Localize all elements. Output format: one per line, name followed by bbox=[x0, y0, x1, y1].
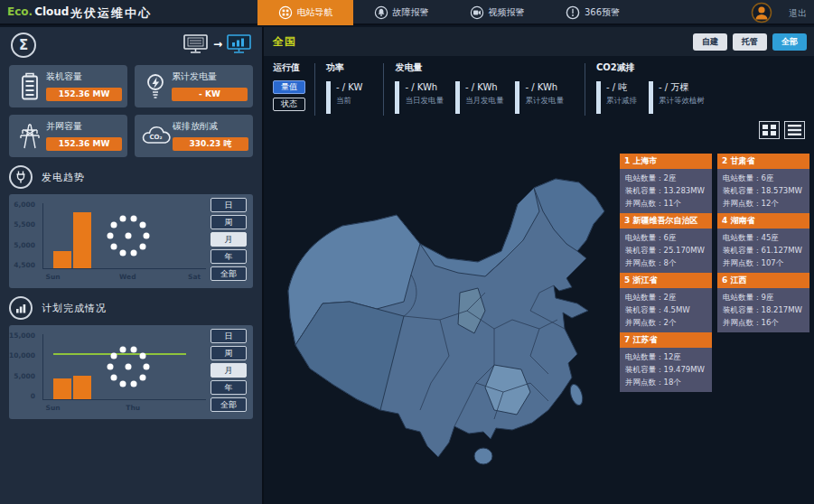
stat-bar-icon bbox=[326, 81, 331, 114]
period-day-button[interactable]: 日 bbox=[211, 329, 247, 343]
tab-label: 视频报警 bbox=[489, 6, 525, 19]
kpi-card-installed-capacity: 装机容量 152.36 MW bbox=[9, 65, 127, 107]
toggle-magnitude-button[interactable]: 量值 bbox=[273, 80, 305, 94]
app-window: Eco.Cloud 光伏运维中心 电站导航 故障报警 视频报警 366预警 bbox=[0, 0, 814, 504]
period-year-button[interactable]: 年 bbox=[211, 380, 247, 395]
tab-label: 366预警 bbox=[585, 6, 620, 19]
divider bbox=[585, 63, 585, 116]
chart-bar bbox=[53, 378, 71, 399]
kpi-value-badge: 330.23 吨 bbox=[173, 137, 248, 151]
monitor-chart-icon bbox=[226, 33, 253, 55]
list-view-button[interactable] bbox=[784, 121, 805, 139]
loading-spinner-icon bbox=[125, 233, 131, 239]
exclamation-icon bbox=[566, 5, 580, 20]
china-map[interactable] bbox=[268, 143, 630, 497]
toggle-status-button[interactable]: 状态 bbox=[273, 98, 305, 111]
filter-hosted-button[interactable]: 托管 bbox=[733, 33, 767, 51]
period-day-button[interactable]: 日 bbox=[211, 198, 247, 212]
logout-button[interactable]: 退出 bbox=[789, 7, 807, 20]
ownership-filters: 自建 托管 全部 bbox=[693, 33, 807, 51]
kpi-card-grid-capacity: 并网容量 152.36 MW bbox=[9, 115, 127, 157]
plug-icon bbox=[9, 165, 33, 189]
map-panel: 全国 自建 托管 全部 运行值 量值 状态 功率 - / KW bbox=[262, 27, 814, 504]
grid-view-button[interactable] bbox=[759, 121, 780, 139]
camera-icon bbox=[470, 5, 484, 20]
kpi-value-badge: 152.36 MW bbox=[46, 137, 122, 151]
period-all-button[interactable]: 全部 bbox=[211, 266, 247, 281]
island-taiwan bbox=[568, 383, 585, 407]
tab-video-alarm[interactable]: 视频报警 bbox=[449, 0, 545, 25]
station-nav-icon bbox=[278, 5, 293, 20]
province-card-gansu[interactable]: 2 甘肃省 电站数量：6座 装机容量：18.573MW 并网点数：12个 bbox=[717, 150, 809, 213]
stat-bar-icon bbox=[596, 81, 601, 114]
kpi-card-total-generation: 累计发电量 - KW bbox=[135, 65, 253, 107]
period-week-button[interactable]: 周 bbox=[211, 215, 247, 229]
sigma-summary-icon[interactable]: Σ bbox=[11, 33, 36, 58]
sidebar-toolbar: Σ → bbox=[9, 31, 253, 63]
tab-fault-alarm[interactable]: 故障报警 bbox=[353, 0, 449, 25]
kpi-label: 装机容量 bbox=[46, 70, 122, 83]
co2-group: CO2减排 - / 吨 累计减排 - / 万棵 累计等效植树 bbox=[596, 61, 716, 119]
bulb-icon bbox=[144, 72, 167, 101]
avatar-icon bbox=[751, 2, 772, 23]
province-card-shanghai[interactable]: 1 上海市 电站数量：2座 装机容量：13.283MW 并网点数：11个 bbox=[620, 150, 712, 213]
province-card-jiangxi[interactable]: 6 江西 电站数量：9座 装机容量：18.217MW 并网点数：16个 bbox=[717, 269, 809, 332]
stat-bar-icon bbox=[515, 81, 519, 114]
tab-label: 电站导航 bbox=[297, 6, 333, 19]
kpi-label: 碳排放削减 bbox=[173, 120, 248, 133]
period-all-button[interactable]: 全部 bbox=[211, 397, 247, 412]
province-card-hunan[interactable]: 4 湖南省 电站数量：45座 装机容量：61.127MW 并网点数：107个 bbox=[717, 210, 809, 273]
display-mode-toggle[interactable]: → bbox=[182, 33, 253, 55]
period-year-button[interactable]: 年 bbox=[211, 249, 247, 264]
arrow-right-icon: → bbox=[213, 39, 222, 50]
page-title: 光伏运维中心 bbox=[70, 5, 152, 22]
kpi-value-badge: 152.36 MW bbox=[46, 88, 122, 101]
kpi-card-co2-reduction: CO₂ 碳排放削减 330.23 吨 bbox=[135, 115, 253, 157]
y-axis-labels: 15,000 10,000 5,000 0 bbox=[9, 331, 39, 400]
period-selector: 日 周 月 年 全部 bbox=[211, 329, 247, 415]
stat-bar-icon bbox=[649, 81, 653, 114]
target-line bbox=[53, 353, 187, 355]
tab-station-navigation[interactable]: 电站导航 bbox=[257, 0, 353, 25]
region-title: 全国 bbox=[273, 34, 296, 50]
section-generation-trend: 发电趋势 bbox=[9, 165, 253, 189]
kpi-value-badge: - KW bbox=[172, 88, 248, 101]
province-card-zhejiang[interactable]: 5 浙江省 电站数量：2座 装机容量：4.5MW 并网点数：2个 bbox=[620, 269, 712, 332]
power-group: 功率 - / KW 当前 bbox=[326, 61, 374, 119]
tab-label: 故障报警 bbox=[393, 6, 429, 19]
grid-tower-icon bbox=[18, 122, 42, 151]
period-month-button[interactable]: 月 bbox=[211, 363, 247, 378]
kpi-label: 并网容量 bbox=[46, 120, 122, 133]
kpi-label: 累计发电量 bbox=[172, 70, 248, 83]
svg-text:CO₂: CO₂ bbox=[149, 134, 162, 141]
user-avatar[interactable] bbox=[751, 2, 772, 23]
summary-stats-bar: 运行值 量值 状态 功率 - / KW 当前 bbox=[273, 61, 716, 119]
chart-plot-area bbox=[42, 334, 206, 400]
chart-bar bbox=[53, 251, 71, 268]
island-hainan bbox=[474, 448, 492, 464]
generation-trend-chart: 6,000 5,500 5,000 4,500 Sun Wed Sat 日 周 … bbox=[9, 194, 253, 288]
loading-spinner-icon bbox=[125, 364, 131, 370]
x-axis-labels: Sun Wed Sat bbox=[42, 273, 206, 282]
stat-bar-icon bbox=[455, 81, 460, 114]
monitor-data-icon bbox=[182, 33, 210, 55]
co2-cloud-icon: CO₂ bbox=[140, 124, 171, 149]
bell-icon bbox=[374, 5, 388, 20]
running-value-group: 运行值 量值 状态 bbox=[273, 61, 305, 119]
stat-bar-icon bbox=[395, 81, 399, 114]
chart-plot-area bbox=[42, 203, 206, 269]
period-month-button[interactable]: 月 bbox=[211, 232, 247, 247]
brand-eco: Eco. bbox=[7, 5, 33, 18]
kpi-card-grid: 装机容量 152.36 MW 累计发电量 - KW 并网容量 152.36 MW bbox=[9, 65, 253, 157]
tab-366-warning[interactable]: 366预警 bbox=[545, 0, 641, 25]
province-card-jiangsu[interactable]: 7 江苏省 电站数量：12座 装机容量：19.479MW 并网点数：18个 bbox=[620, 329, 712, 392]
filter-all-button[interactable]: 全部 bbox=[772, 33, 807, 51]
filter-self-built-button[interactable]: 自建 bbox=[693, 33, 727, 51]
list-view-icon bbox=[787, 124, 802, 136]
period-week-button[interactable]: 周 bbox=[211, 346, 247, 360]
map-toolbar: 全国 自建 托管 全部 bbox=[264, 27, 814, 56]
grid-view-icon bbox=[762, 124, 777, 136]
main-tabs: 电站导航 故障报警 视频报警 366预警 bbox=[257, 0, 641, 25]
divider bbox=[314, 63, 315, 116]
province-card-xinjiang[interactable]: 3 新疆维吾尔自治区 电站数量：6座 装机容量：25.170MW 并网点数：8个 bbox=[620, 210, 712, 273]
